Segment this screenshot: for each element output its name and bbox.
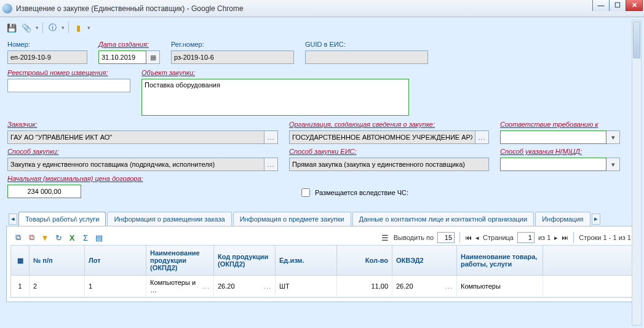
number-input[interactable]	[7, 50, 87, 64]
tab-information[interactable]: Информация	[535, 212, 590, 226]
reg-number-input[interactable]	[171, 50, 294, 64]
nmcd-method-label: Способ указания Н(М)ЦД:	[500, 148, 620, 155]
nmcd-method-select[interactable]	[500, 158, 606, 171]
org-creator-input[interactable]	[289, 130, 475, 144]
org-creator-lookup-button[interactable]: ...	[475, 130, 489, 144]
toolbar: 💾 📎 ▾ ⓘ ▾ ▮ ▾	[4, 20, 640, 36]
maximize-button[interactable]: ☐	[609, 0, 626, 11]
row-prod-code: 26.20...	[214, 276, 276, 297]
col-prod-name[interactable]: Наименование продукции (ОКПД2)	[146, 246, 214, 275]
col-okved[interactable]: ОКВЭД2	[392, 246, 457, 275]
object-label: Объект закупки:	[141, 69, 409, 76]
per-page-label: Выводить по	[394, 234, 434, 241]
col-lot[interactable]: Лот	[85, 246, 146, 275]
db-icon[interactable]: ▮	[73, 22, 84, 33]
grid-excel-icon[interactable]: X	[67, 233, 77, 242]
window-title: Извещение о закупке (Единственный постав…	[16, 4, 244, 13]
row-tws-name: Компьютеры	[457, 276, 543, 297]
col-prod-code[interactable]: Код продукции (ОКПД2)	[214, 246, 276, 275]
per-page-input[interactable]	[437, 232, 455, 243]
row-okved: 26.20...	[392, 276, 457, 297]
col-npp[interactable]: № п/п	[30, 246, 85, 275]
save-icon[interactable]: 💾	[6, 22, 17, 33]
grid-settings-icon[interactable]: ▤	[94, 233, 104, 242]
emergency-label: Размещается вследствие ЧС:	[315, 189, 408, 196]
method-eis-input[interactable]	[289, 158, 489, 171]
info-icon[interactable]: ⓘ	[47, 22, 58, 33]
grid-add-icon[interactable]: ⧉	[13, 233, 23, 242]
chevron-down-icon[interactable]: ▾	[606, 130, 620, 144]
row-lot: 1	[85, 276, 146, 297]
guid-label: GUID в ЕИС:	[305, 41, 428, 48]
grid-refresh-icon[interactable]: ↻	[54, 233, 63, 242]
tabs-scroll-right[interactable]: ▸	[592, 214, 600, 225]
tab-contact-info[interactable]: Данные о контактном лице и контактной ор…	[352, 212, 535, 226]
close-button[interactable]: ✕	[626, 0, 643, 11]
customer-input[interactable]	[7, 130, 264, 144]
rows-info: Строки 1 - 1 из 1	[579, 234, 631, 241]
grid-delete-icon[interactable]: ⧉	[26, 233, 36, 242]
window-titlebar: Извещение о закупке (Единственный постав…	[0, 0, 644, 17]
minimize-button[interactable]: —	[592, 0, 610, 11]
row-prod-name: Компьютеры и …...	[146, 276, 214, 297]
page-label: Страница	[483, 234, 514, 241]
grid-columns-icon[interactable]: ☰	[380, 233, 390, 242]
tabs-scroll-left[interactable]: ◂	[9, 214, 17, 225]
reg-number-label: Рег.номер:	[171, 41, 294, 48]
object-textarea[interactable]	[141, 79, 409, 116]
nmc-label: Начальная (максимальная) цена договора:	[7, 175, 173, 182]
customer-label: Заказчик:	[7, 121, 278, 128]
page-input[interactable]	[517, 232, 535, 243]
registry-no-label: Реестровый номер извещения:	[7, 69, 130, 76]
pager-prev-icon[interactable]: ◂	[475, 234, 479, 242]
method-lookup-button[interactable]: ...	[264, 158, 278, 171]
org-creator-label: Организация, создающая сведения о закупк…	[289, 121, 489, 128]
row-npp: 2	[30, 276, 85, 297]
grid-sum-icon[interactable]: Σ	[81, 233, 90, 242]
pager-next-icon[interactable]: ▸	[554, 234, 558, 242]
col-checkbox[interactable]: ▦	[11, 246, 30, 275]
nmc-input[interactable]	[7, 185, 81, 198]
page-of-label: из 1	[538, 234, 551, 241]
creation-date-input[interactable]	[98, 50, 146, 64]
creation-date-label: Дата создания:	[98, 41, 160, 48]
row-qty: 11,00	[337, 276, 392, 297]
row-unit: ШТ	[276, 276, 337, 297]
col-unit[interactable]: Ед.изм.	[276, 246, 337, 275]
col-tws-name[interactable]: Наименование товара, работы, услуги	[457, 246, 543, 275]
number-label: Номер:	[7, 41, 87, 48]
registry-no-input[interactable]	[7, 79, 130, 92]
method-input[interactable]	[7, 158, 264, 171]
row-index: 1	[11, 276, 30, 297]
pager-last-icon[interactable]: ⏭	[562, 234, 568, 241]
grid: ▦ № п/п Лот Наименование продукции (ОКПД…	[10, 245, 634, 298]
col-qty[interactable]: Кол-во	[337, 246, 392, 275]
customer-lookup-button[interactable]: ...	[264, 130, 278, 144]
scrollbar-vertical[interactable]	[632, 20, 642, 326]
calendar-icon[interactable]: ▦	[146, 50, 160, 64]
method-label: Способ закупки:	[7, 148, 278, 155]
chevron-down-icon[interactable]: ▾	[606, 158, 620, 171]
table-row[interactable]: 1 2 1 Компьютеры и …... 26.20... ШТ 11,0…	[11, 276, 633, 297]
guid-input[interactable]	[305, 50, 428, 64]
tab-goods-works-services[interactable]: Товары\ работы\ услуги	[18, 212, 106, 226]
pager-first-icon[interactable]: ⏮	[465, 234, 472, 241]
globe-icon	[2, 4, 12, 14]
conformity-select[interactable]	[500, 130, 606, 144]
grid-filter-icon[interactable]: ▼	[40, 233, 50, 242]
method-eis-label: Способ закупки ЕИС:	[289, 148, 489, 155]
emergency-checkbox[interactable]	[301, 188, 310, 197]
tab-order-placement-info[interactable]: Информация о размещении заказа	[107, 212, 231, 226]
attachment-icon[interactable]: 📎	[21, 22, 32, 33]
conformity-label: Соответствие требованию к	[500, 121, 620, 128]
tab-subject-info[interactable]: Информация о предмете закупки	[233, 212, 351, 226]
